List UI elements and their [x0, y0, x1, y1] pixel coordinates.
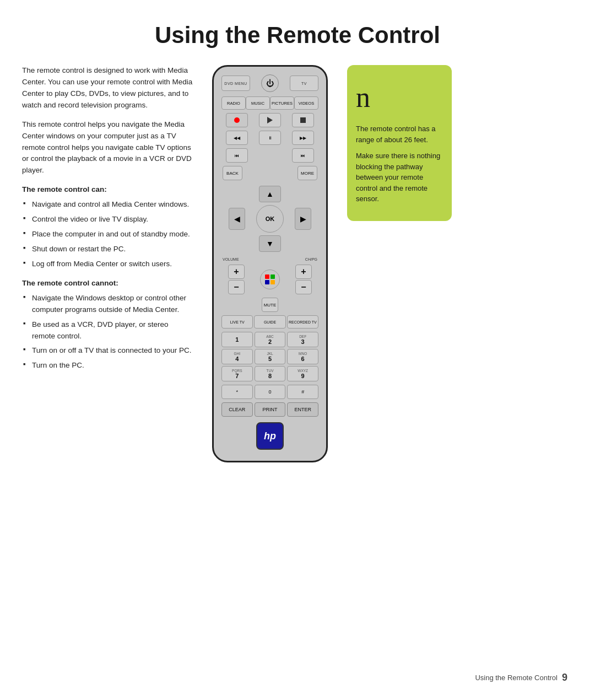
live-guide-row: LIVE TV GUIDE RECORDED TV [221, 315, 318, 329]
num8-sublabel: TUV [266, 369, 273, 373]
list-item: Be used as a VCR, DVD player, or stereo … [22, 319, 193, 342]
recorded-tv-button[interactable]: RECORDED TV [287, 315, 318, 329]
note-text-1: The remote control has a range of about … [356, 123, 443, 145]
mute-row: MUTE [221, 298, 318, 312]
hp-logo-button[interactable]: hp [256, 422, 284, 450]
intro-paragraph-1: The remote control is designed to work w… [22, 65, 193, 111]
num9-sublabel: WXYZ [298, 369, 308, 373]
ch-up-button[interactable]: + [295, 265, 312, 279]
chpg-group: + − [295, 265, 312, 294]
zero-button[interactable]: 0 [255, 385, 286, 399]
livetv-button[interactable]: LIVE TV [221, 315, 253, 329]
remote-control: DVD MENU ⏻ TV RADIO MUSIC PICTURES VIDEO… [212, 65, 328, 462]
cannot-list: Navigate the Windows desktop or control … [22, 293, 193, 372]
play-button[interactable] [259, 113, 281, 127]
num-1-button[interactable]: 1 [221, 332, 253, 347]
chpg-label: CH/PG [305, 257, 317, 261]
star-button[interactable]: * [221, 385, 253, 399]
skip-button[interactable]: ⏭ [292, 148, 314, 163]
num5-sublabel: JKL [267, 352, 273, 356]
rewind-button[interactable]: ◀◀ [226, 131, 248, 145]
stop-icon [300, 117, 306, 123]
nav-left-button[interactable]: ◀ [229, 208, 245, 230]
num-6-button[interactable]: MNO 6 [287, 349, 318, 364]
tv-button[interactable]: TV [290, 76, 318, 91]
media-row: RADIO MUSIC PICTURES VIDEOS [221, 96, 318, 110]
clear-button[interactable]: CLEAR [221, 402, 253, 417]
remote-top-row: DVD MENU ⏻ TV [221, 74, 318, 92]
record-dot-icon [234, 117, 240, 123]
volume-down-button[interactable]: − [228, 280, 245, 294]
back-more-row: BACK MORE [221, 166, 318, 180]
footer-text: Using the Remote Control [475, 674, 558, 682]
list-item: Control the video or live TV display. [22, 214, 193, 225]
record-button[interactable] [226, 113, 248, 127]
num-8-button[interactable]: TUV 8 [255, 366, 286, 381]
radio-button[interactable]: RADIO [221, 96, 246, 110]
num-4-button[interactable]: GHI 4 [221, 349, 253, 364]
pictures-button[interactable]: PICTURES [270, 96, 294, 110]
list-item: Navigate the Windows desktop or control … [22, 293, 193, 316]
power-button[interactable]: ⏻ [261, 74, 279, 92]
page-title: Using the Remote Control [0, 0, 595, 65]
num3-sublabel: DEF [299, 335, 306, 338]
num6-sublabel: MNO [299, 352, 307, 356]
mute-button[interactable]: MUTE [262, 298, 278, 312]
star-zero-hash-row: * 0 # [221, 385, 318, 399]
vol-ch-labels: VOLUME CH/PG [221, 257, 318, 261]
replay-skip-row: ⏮ ⏭ [221, 148, 318, 163]
list-item: Log off from Media Center or switch user… [22, 259, 193, 270]
num-2-button[interactable]: ABC 2 [255, 332, 286, 347]
rew-fwd-row: ◀◀ ⏸ ▶▶ [221, 131, 318, 145]
vol-controls-row: + − + − [221, 265, 318, 294]
back-button[interactable]: BACK [223, 166, 242, 180]
print-button[interactable]: PRINT [255, 402, 286, 417]
numpad: 1 ABC 2 DEF 3 GHI 4 JKL 5 MNO [221, 332, 318, 381]
note-box: n The remote control has a range of abou… [347, 65, 452, 221]
list-item: Shut down or restart the PC. [22, 244, 193, 255]
remote-image-container: DVD MENU ⏻ TV RADIO MUSIC PICTURES VIDEO… [204, 65, 336, 462]
fast-forward-button[interactable]: ▶▶ [292, 131, 314, 145]
num-5-button[interactable]: JKL 5 [255, 349, 286, 364]
note-text-2: Make sure there is nothing blocking the … [356, 150, 443, 204]
note-icon: n [356, 76, 443, 119]
nav-right-button[interactable]: ▶ [295, 208, 311, 230]
ok-button[interactable]: OK [256, 205, 284, 233]
nav-up-button[interactable]: ▲ [259, 186, 281, 202]
volume-label: VOLUME [223, 257, 239, 261]
page-number: 9 [562, 672, 567, 683]
guide-button[interactable]: GUIDE [254, 315, 285, 329]
enter-button[interactable]: ENTER [287, 402, 318, 417]
right-column: n The remote control has a range of abou… [347, 65, 452, 221]
windows-logo-icon [265, 274, 275, 284]
playback-row [221, 113, 318, 127]
music-button[interactable]: MUSIC [246, 96, 270, 110]
volume-up-button[interactable]: + [228, 265, 245, 279]
num4-sublabel: GHI [234, 352, 241, 356]
ch-down-button[interactable]: − [295, 280, 312, 294]
nav-cluster: ▲ ◀ OK ▶ ▼ [229, 186, 311, 252]
hash-button[interactable]: # [287, 385, 318, 399]
num-9-button[interactable]: WXYZ 9 [287, 366, 318, 381]
list-item: Navigate and control all Media Center wi… [22, 199, 193, 211]
play-icon [267, 117, 273, 123]
left-column: The remote control is designed to work w… [22, 65, 193, 379]
intro-paragraph-2: This remote control helps you navigate t… [22, 119, 193, 177]
pause-button[interactable]: ⏸ [259, 131, 281, 145]
volume-group: + − [228, 265, 245, 294]
videos-button[interactable]: VIDEOS [294, 96, 318, 110]
nav-down-button[interactable]: ▼ [259, 235, 281, 252]
num-7-button[interactable]: PQRS 7 [221, 366, 253, 381]
can-title: The remote control can: [22, 184, 193, 196]
replay-button[interactable]: ⏮ [226, 148, 248, 163]
windows-button[interactable] [260, 270, 280, 289]
num2-sublabel: ABC [266, 335, 273, 338]
clear-print-enter-row: CLEAR PRINT ENTER [221, 402, 318, 417]
list-item: Turn on or off a TV that is connected to… [22, 345, 193, 357]
can-list: Navigate and control all Media Center wi… [22, 199, 193, 270]
more-button[interactable]: MORE [298, 166, 317, 180]
dvd-menu-button[interactable]: DVD MENU [221, 76, 250, 91]
stop-button[interactable] [292, 113, 314, 127]
list-item: Turn on the PC. [22, 360, 193, 371]
num-3-button[interactable]: DEF 3 [287, 332, 318, 347]
